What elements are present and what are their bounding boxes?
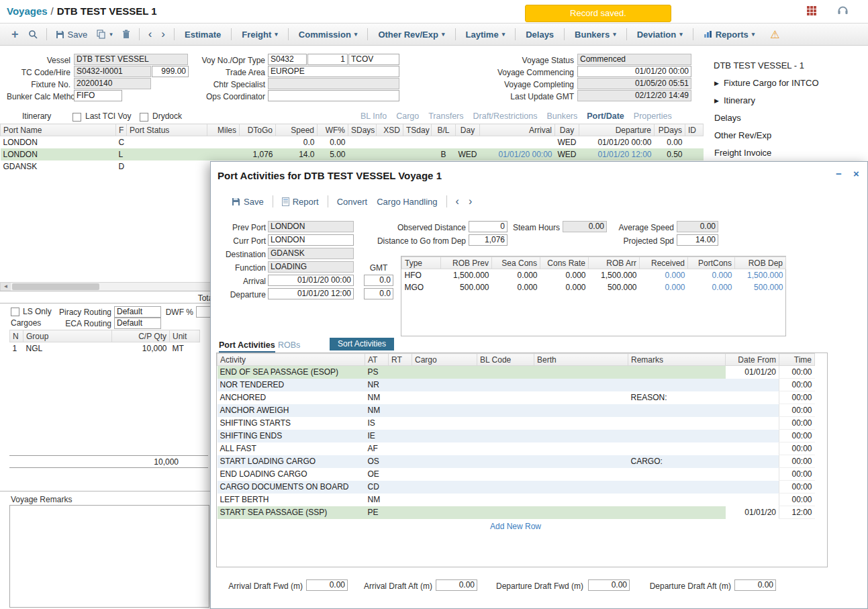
menu-laytime[interactable]: Laytime▾ [460, 28, 512, 41]
tab-draft-restrictions[interactable]: Draft/Restrictions [473, 111, 538, 121]
table-cell[interactable]: 5.00 [318, 148, 348, 160]
arrival-draft-aft-field[interactable]: 0.00 [436, 579, 477, 591]
table-cell[interactable]: MT [170, 342, 200, 355]
table-cell[interactable]: C [116, 136, 127, 149]
table-cell[interactable]: NM [365, 404, 389, 417]
table-cell[interactable] [534, 442, 628, 455]
table-cell[interactable]: 0.00 [655, 136, 685, 149]
table-cell[interactable]: 0.000 [492, 281, 540, 293]
table-cell[interactable] [628, 468, 726, 481]
table-cell[interactable]: 01/01/20 [726, 506, 779, 519]
table-cell[interactable] [377, 136, 403, 149]
table-cell[interactable]: CD [365, 481, 389, 494]
table-cell[interactable]: 1,500.000 [441, 269, 492, 282]
save-button[interactable]: Save [51, 28, 93, 41]
table-cell[interactable] [726, 455, 779, 468]
prev-port-field[interactable]: LONDON [268, 221, 354, 232]
table-cell[interactable] [628, 494, 726, 506]
voyage-status-field[interactable]: Commenced [577, 54, 691, 65]
table-cell[interactable]: 14.0 [276, 148, 318, 160]
table-cell[interactable] [389, 417, 412, 430]
table-cell[interactable] [534, 366, 628, 379]
curr-port-field[interactable]: LONDON [268, 234, 354, 246]
table-cell[interactable]: IS [365, 417, 389, 430]
table-cell[interactable]: LEFT BERTH [218, 494, 365, 506]
table-cell[interactable]: WED [555, 136, 579, 149]
table-cell[interactable] [389, 468, 412, 481]
table-cell[interactable] [389, 404, 412, 417]
tab-properties[interactable]: Properties [634, 111, 672, 121]
table-cell[interactable]: OS [365, 455, 389, 468]
next-record-button[interactable]: › [156, 26, 170, 42]
tab-port-activities[interactable]: Port Activities [219, 340, 275, 353]
table-cell[interactable] [477, 430, 534, 442]
table-cell[interactable] [412, 494, 477, 506]
tab-cargo[interactable]: Cargo [396, 111, 419, 121]
table-cell[interactable] [477, 506, 534, 519]
table-cell[interactable] [477, 366, 534, 379]
table-cell[interactable] [477, 442, 534, 455]
table-cell[interactable] [412, 430, 477, 442]
table-cell[interactable] [480, 136, 555, 149]
table-cell[interactable]: 0.000 [540, 269, 589, 282]
table-cell[interactable]: CARGO: [628, 455, 726, 468]
menu-estimate[interactable]: Estimate [179, 28, 227, 41]
table-cell[interactable]: 01/01/20 00:00 [480, 148, 555, 160]
table-cell[interactable] [412, 442, 477, 455]
modal-report-button[interactable]: Report [277, 195, 324, 208]
table-cell[interactable] [432, 136, 456, 149]
voy-no-field[interactable]: S0432 [268, 54, 307, 65]
table-cell[interactable] [412, 379, 477, 391]
table-cell[interactable] [389, 379, 412, 391]
table-cell[interactable]: NM [365, 494, 389, 506]
table-cell[interactable]: L [116, 148, 127, 160]
table-cell[interactable]: WED [555, 148, 579, 160]
table-cell[interactable] [412, 366, 477, 379]
table-cell[interactable]: PE [365, 506, 389, 519]
table-cell[interactable]: MGO [402, 281, 441, 293]
table-cell[interactable] [726, 494, 779, 506]
table-cell[interactable]: NOR TENDERED [218, 379, 365, 391]
table-cell[interactable]: 10,000 [112, 342, 170, 355]
table-cell[interactable] [534, 391, 628, 404]
close-icon[interactable]: × [853, 168, 859, 179]
average-speed-field[interactable]: 0.00 [677, 221, 718, 232]
table-cell[interactable] [726, 379, 779, 391]
tc-hire-field[interactable]: 999.00 [152, 66, 189, 77]
copy-button[interactable]: ▾ [92, 28, 117, 40]
table-cell[interactable]: 00:00 [779, 442, 815, 455]
observed-distance-field[interactable]: 0 [469, 221, 508, 232]
table-cell[interactable] [534, 417, 628, 430]
tc-code-field[interactable]: S0432-I0001 [74, 66, 151, 77]
arrival-gmt-field[interactable]: 0.0 [364, 275, 393, 286]
sidebar-item-freight-invoice[interactable]: Freight Invoice [714, 148, 771, 158]
table-cell[interactable]: 0.00 [318, 136, 348, 149]
table-cell[interactable] [477, 468, 534, 481]
distance-to-go-field[interactable]: 1,076 [469, 234, 508, 246]
table-cell[interactable] [477, 494, 534, 506]
scrollbar-thumb[interactable] [12, 283, 99, 290]
table-cell[interactable]: OE [365, 468, 389, 481]
sidebar-item-itinerary[interactable]: ▶Itinerary [714, 95, 755, 105]
menu-commission[interactable]: Commission▾ [293, 28, 364, 41]
projected-spd-field[interactable]: 14.00 [677, 234, 718, 246]
sidebar-item-other-rev-exp[interactable]: Other Rev/Exp [714, 130, 771, 140]
table-cell[interactable] [127, 136, 207, 149]
table-cell[interactable]: ANCHOR AWEIGH [218, 404, 365, 417]
table-cell[interactable] [240, 136, 276, 149]
table-cell[interactable]: 0.0 [276, 136, 318, 149]
table-cell[interactable] [207, 148, 240, 160]
table-cell[interactable] [726, 468, 779, 481]
scroll-left-button[interactable]: ◄ [1, 283, 11, 291]
table-row[interactable]: NOR TENDEREDNR00:00 [218, 379, 815, 391]
tab-robs[interactable]: ROBs [278, 340, 300, 350]
modal-next-port-button[interactable]: › [464, 194, 477, 209]
table-cell[interactable] [412, 506, 477, 519]
departure-gmt-field[interactable]: 0.0 [364, 288, 393, 299]
table-cell[interactable] [477, 379, 534, 391]
table-cell[interactable] [477, 481, 534, 494]
table-cell[interactable] [389, 455, 412, 468]
table-cell[interactable] [534, 404, 628, 417]
voyage-commencing-field[interactable]: 01/01/20 00:00 [577, 66, 691, 77]
piracy-routing-field[interactable]: Default [114, 306, 161, 318]
